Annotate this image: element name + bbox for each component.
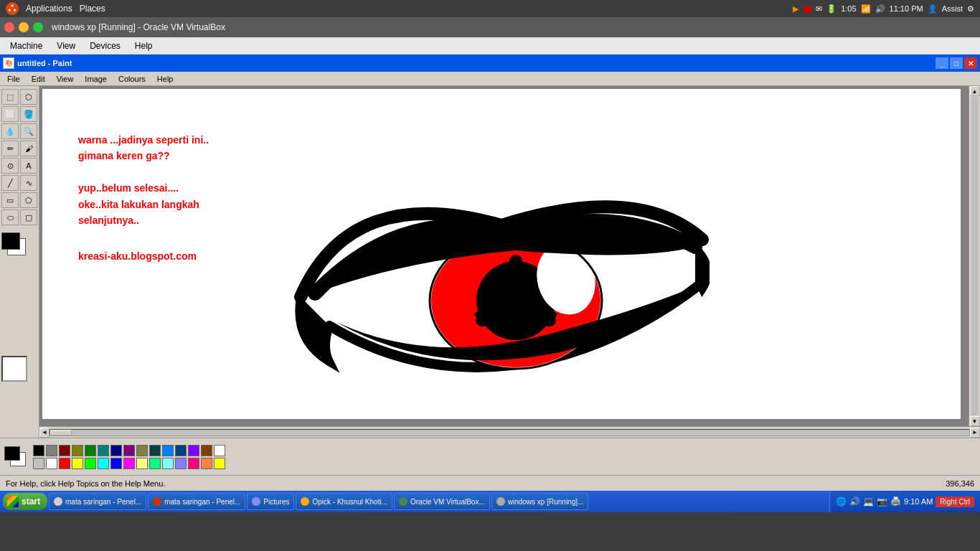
swatch-darkgreen[interactable] xyxy=(85,445,96,456)
swatch-magenta[interactable] xyxy=(123,458,135,469)
paint-close-button[interactable]: ✕ xyxy=(964,57,977,69)
paint-menu-edit[interactable]: Edit xyxy=(26,74,51,84)
airbrush-tool[interactable]: ⊙ xyxy=(1,158,19,174)
tool-row-5: ⊙ A xyxy=(1,158,37,174)
taskbar-item-winxp[interactable]: windows xp [Running]... xyxy=(491,493,589,510)
swatch-olive[interactable] xyxy=(72,445,83,456)
ubuntu-logo-icon[interactable] xyxy=(6,2,19,15)
taskbar-item-opick[interactable]: Opick - Khusnul Khoti... xyxy=(296,493,392,510)
roundrect-tool[interactable]: ▢ xyxy=(20,209,37,225)
swatch-teal[interactable] xyxy=(98,445,109,456)
assist-label[interactable]: Assist xyxy=(942,4,963,13)
applications-menu[interactable]: Applications xyxy=(23,4,75,14)
zoom-tool[interactable]: 🔍 xyxy=(20,123,37,139)
time-display: 11:10 PM xyxy=(890,4,923,13)
rect-tool[interactable]: ▭ xyxy=(1,192,19,208)
line-tool[interactable]: ╱ xyxy=(1,175,19,191)
xp-start-label: start xyxy=(22,496,40,507)
swatch-lightgreen[interactable] xyxy=(149,458,161,469)
swatch-brown[interactable] xyxy=(201,445,212,456)
places-menu[interactable]: Places xyxy=(77,4,108,14)
scrollbar-track-horizontal[interactable] xyxy=(50,429,970,436)
vertical-scrollbar[interactable]: ▲ ▼ xyxy=(969,86,980,426)
vbox-menu-machine[interactable]: Machine xyxy=(3,39,50,52)
text-tool[interactable]: A xyxy=(20,158,37,174)
swatch-hotpink[interactable] xyxy=(188,458,199,469)
taskbar-item-oracle[interactable]: Oracle VM VirtualBox... xyxy=(394,493,490,510)
xp-right-ctrl-button[interactable]: Right Ctrl xyxy=(936,496,974,507)
paint-menu-file[interactable]: File xyxy=(1,74,26,84)
scrollbar-track-vertical[interactable] xyxy=(971,97,979,415)
vbox-minimize-button[interactable] xyxy=(19,22,29,32)
swatch-silver[interactable] xyxy=(33,458,44,469)
swatch-yellow[interactable] xyxy=(72,458,83,469)
paint-minimize-button[interactable]: _ xyxy=(936,57,948,69)
ellipse-tool[interactable]: ⬭ xyxy=(1,209,19,225)
canvas-line-3: yup..belum selesai.... xyxy=(78,180,209,196)
swatch-lightcyan[interactable] xyxy=(162,458,174,469)
swatch-darkyellow[interactable] xyxy=(136,445,148,456)
eyedrop-tool[interactable]: 💧 xyxy=(1,123,19,139)
vbox-menu-view[interactable]: View xyxy=(50,39,83,52)
scroll-right-button[interactable]: ► xyxy=(970,428,980,438)
swatch-darkred[interactable] xyxy=(59,445,70,456)
scroll-down-button[interactable]: ▼ xyxy=(970,416,980,426)
swatch-darkteal[interactable] xyxy=(149,445,161,456)
swatch-lime[interactable] xyxy=(85,458,96,469)
taskbar-item-chrome[interactable]: mata saringan - Penel... xyxy=(148,493,245,510)
pencil-tool[interactable]: ✏ xyxy=(1,141,19,156)
swatch-brightyellow[interactable] xyxy=(214,458,225,469)
swatch-darkblue[interactable] xyxy=(110,445,122,456)
swatch-black[interactable] xyxy=(33,445,44,456)
vbox-maximize-button[interactable] xyxy=(33,22,43,32)
taskbar-item-pictures[interactable]: Pictures xyxy=(247,493,294,510)
freeselect-tool[interactable]: ⬡ xyxy=(20,89,37,105)
swatch-white[interactable] xyxy=(46,458,57,469)
brush-tool[interactable]: 🖌 xyxy=(20,141,37,156)
scroll-left-button[interactable]: ◄ xyxy=(39,428,50,438)
swatch-purple[interactable] xyxy=(123,445,135,456)
swatch-periwinkle[interactable] xyxy=(175,458,187,469)
paint-titlebar: 🎨 untitled - Paint _ □ ✕ xyxy=(0,55,980,72)
ubuntu-topbar: Applications Places ▶ ⬤ ✉ 🔋 1:05 📶 🔊 11:… xyxy=(0,0,980,17)
swatch-gray[interactable] xyxy=(46,445,57,456)
swatch-lightblue[interactable] xyxy=(162,445,174,456)
systray-printer-icon: 🖨️ xyxy=(890,496,901,507)
scrollbar-thumb-horizontal[interactable] xyxy=(50,430,72,435)
paint-title-left: 🎨 untitled - Paint xyxy=(3,57,72,69)
paint-window-title: untitled - Paint xyxy=(17,59,72,67)
paint-menu-view[interactable]: View xyxy=(51,74,80,84)
statusbar-coords: 396,346 xyxy=(946,479,974,488)
palette-fg-color[interactable] xyxy=(4,446,20,461)
eraser-tool[interactable]: ⬜ xyxy=(1,106,19,122)
xp-start-button[interactable]: start xyxy=(3,493,47,510)
foreground-color[interactable] xyxy=(1,232,20,250)
curve-tool[interactable]: ∿ xyxy=(20,175,37,191)
gear-icon[interactable]: ⚙ xyxy=(967,4,974,14)
swatch-orange[interactable] xyxy=(201,458,212,469)
swatch-cyan[interactable] xyxy=(98,458,109,469)
swatch-blue[interactable] xyxy=(110,458,122,469)
fill-tool[interactable]: 🪣 xyxy=(20,106,37,122)
taskbar-winxp-icon xyxy=(496,497,505,506)
swatch-red[interactable] xyxy=(59,458,70,469)
swatch-violet[interactable] xyxy=(188,445,199,456)
select-tool[interactable]: ⬚ xyxy=(1,89,19,105)
paint-menu-help[interactable]: Help xyxy=(151,74,179,84)
paint-canvas[interactable]: warna ...jadinya seperti ini.. gimana ke… xyxy=(42,89,961,419)
swatch-lightyellow[interactable] xyxy=(136,458,148,469)
swatch-darknavy[interactable] xyxy=(175,445,187,456)
taskbar-item-paint[interactable]: mata saringan - Penel... xyxy=(49,493,146,510)
paint-menu-image[interactable]: Image xyxy=(79,74,113,84)
statusbar-help-text: For Help, click Help Topics on the Help … xyxy=(6,479,165,488)
scroll-up-button[interactable]: ▲ xyxy=(970,86,980,96)
polygon-tool[interactable]: ⬠ xyxy=(20,192,37,208)
swatch-white-row1[interactable] xyxy=(214,445,225,456)
horizontal-scrollbar[interactable]: ◄ ► xyxy=(39,426,980,438)
paint-canvas-scroll[interactable]: warna ...jadinya seperti ini.. gimana ke… xyxy=(39,86,969,426)
vbox-menu-devices[interactable]: Devices xyxy=(83,39,128,52)
paint-maximize-button[interactable]: □ xyxy=(950,57,963,69)
paint-menu-colours[interactable]: Colours xyxy=(113,74,151,84)
vbox-menu-help[interactable]: Help xyxy=(128,39,160,52)
vbox-close-button[interactable] xyxy=(4,22,14,32)
